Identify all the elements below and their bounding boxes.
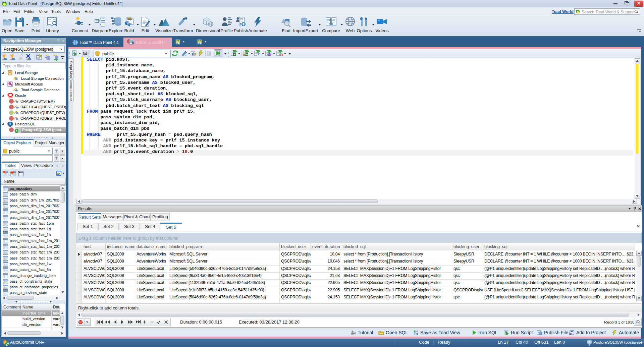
svg-text:SQL: SQL (127, 18, 132, 20)
svg-text:SQL: SQL (191, 50, 196, 53)
